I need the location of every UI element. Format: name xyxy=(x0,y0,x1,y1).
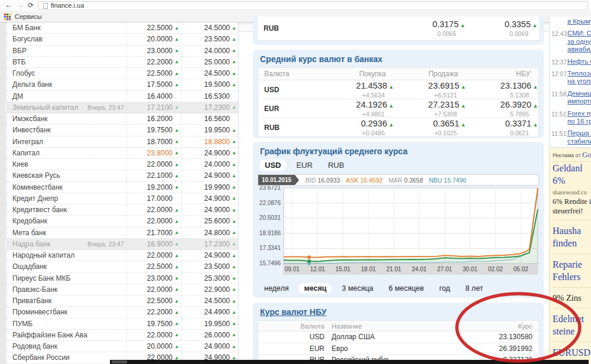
forward-button-icon[interactable]: → xyxy=(17,0,24,11)
table-row[interactable]: ДМ 16.4000 16.5300 xyxy=(7,91,238,102)
bank-name-link[interactable]: Ощадбанк xyxy=(7,262,87,271)
ad-line[interactable]: Reparie xyxy=(553,254,591,271)
currency-tab[interactable]: RUB xyxy=(322,160,350,171)
period-tab[interactable]: 3 месяца xyxy=(336,283,378,294)
table-row[interactable]: Проминвестбанк 22.2000▲ 24.4900▲ xyxy=(7,307,238,318)
bank-name-link[interactable]: Имэксбанк xyxy=(7,115,87,123)
news-link[interactable]: Теплоэл xyxy=(567,70,591,77)
period-tab[interactable]: неделя xyxy=(259,283,294,294)
bank-name-link[interactable]: Родовид банк xyxy=(7,342,87,350)
bank-name-link[interactable]: Богуслав xyxy=(7,35,87,43)
bank-name-link[interactable]: ДМ xyxy=(7,92,87,100)
news-link[interactable]: авиабил xyxy=(567,46,591,53)
bank-name-link[interactable]: Коминвестбанк xyxy=(7,183,87,191)
news-link[interactable]: Нефть С xyxy=(567,58,591,65)
table-row[interactable]: Имэксбанк 16.2000 16.5600 xyxy=(7,113,238,125)
bank-name-link[interactable]: Киевская Русь xyxy=(7,171,87,180)
table-row[interactable]: Кредит Днепр 17.0000 24.9000▲ xyxy=(7,193,238,204)
bank-name-link[interactable]: Капитал xyxy=(7,149,87,157)
news-link[interactable]: по 16 гр xyxy=(567,118,591,125)
ad-line[interactable]: Edelmet xyxy=(553,308,591,325)
table-row[interactable]: ВБР 23.0000▲ 24.0000▲ xyxy=(7,46,238,57)
table-row[interactable]: Киевская Русь 22.1000▲ 24.9000▲ xyxy=(7,170,238,181)
period-tab[interactable]: 8 лет xyxy=(460,283,488,294)
ad-line[interactable]: Geldanl xyxy=(553,162,591,174)
table-row[interactable]: ВТБ 22.2000▲ 25.0000▲ xyxy=(7,57,238,68)
bank-name-link[interactable]: Дельта банк xyxy=(7,80,87,89)
news-link[interactable]: на уголь xyxy=(567,77,591,84)
bank-name-link[interactable]: Кредобанк xyxy=(7,217,87,225)
address-bar[interactable]: finance.i.ua xyxy=(38,1,588,10)
bank-name-link[interactable]: ПриватБанк xyxy=(7,297,87,305)
table-row[interactable]: Народный капитал 22.0000▲ 24.9000▲ xyxy=(7,250,238,261)
table-row[interactable]: ПриватБанк 22.5000▲ 24.5000▲ xyxy=(7,295,238,307)
table-row[interactable]: Пиреус Банк МКБ 23.0000▲ 25.3000▲ xyxy=(7,273,238,284)
table-row[interactable]: Инвестбанк 19.7500▲ 19.9500▲ xyxy=(7,125,238,136)
ad-line[interactable]: Hausha xyxy=(553,220,591,237)
table-row[interactable]: Глобус 22.5000▲ 24.5000▲ xyxy=(7,68,238,79)
table-row[interactable]: БМ Банк 22.5000▲ 24.5000▲ xyxy=(7,22,238,34)
ad-line[interactable]: 9% Zins xyxy=(553,287,591,304)
table-row[interactable]: Надра банк Вчера, 23:47 16.9000▲ 17.2300… xyxy=(7,239,238,250)
bank-name-link[interactable]: Киев xyxy=(7,160,87,168)
news-link[interactable]: СМИ: Ст xyxy=(567,30,591,37)
news-link[interactable]: Демчиш xyxy=(567,90,591,97)
ad-line[interactable]: steuerfrei! xyxy=(553,206,591,216)
bank-name-link[interactable]: Мета банк xyxy=(7,229,87,237)
bank-name-link[interactable]: Райффайзен Банк Аваль xyxy=(7,331,87,339)
bank-name-link[interactable]: Кредит Днепр xyxy=(7,194,87,203)
bank-name-link[interactable]: Инвестбанк xyxy=(7,126,87,134)
period-tab[interactable]: месяц xyxy=(298,283,332,294)
news-link[interactable]: импортн xyxy=(567,98,591,105)
bookmark-servisy[interactable]: Сервисы xyxy=(15,12,42,21)
bank-name-link[interactable]: Проминвестбанк xyxy=(7,308,87,316)
table-row[interactable]: Земельный капитал Вчера, 23:47 17.2100▲ … xyxy=(7,102,238,113)
nbu-title-link[interactable]: Курс валют НБУ xyxy=(258,306,327,320)
bank-name-link[interactable]: Правэкс-Банк xyxy=(7,285,87,294)
apps-grid-icon[interactable] xyxy=(4,14,11,20)
bank-name-link[interactable]: Пиреус Банк МКБ xyxy=(7,274,87,282)
bank-name-link[interactable]: Народный капитал xyxy=(7,251,87,259)
currency-tab[interactable]: USD xyxy=(259,160,287,171)
bank-name-link[interactable]: ВБР xyxy=(7,47,87,55)
bank-name-link[interactable]: Кредитвест банк xyxy=(7,206,87,214)
period-tab[interactable]: 6 месяцев xyxy=(384,283,430,294)
table-row[interactable]: Ощадбанк 22.5000▲ 23.5000▲ xyxy=(7,261,238,272)
bank-name-link[interactable]: БМ Банк xyxy=(7,24,87,32)
bank-name-link[interactable]: Земельный капитал xyxy=(7,103,87,112)
period-tab[interactable]: год xyxy=(434,283,455,294)
ad-line[interactable]: finden xyxy=(553,237,591,249)
news-link[interactable]: за одну xyxy=(567,38,591,45)
news-link[interactable]: стабили xyxy=(567,138,591,145)
table-row[interactable]: Интеграл 18.7000▲ 18.8800▲ xyxy=(7,136,238,148)
news-link[interactable]: в Крыму xyxy=(567,18,591,25)
bank-name-link[interactable]: Интеграл xyxy=(7,138,87,146)
bank-name-link[interactable]: Глобус xyxy=(7,69,87,77)
currency-tab[interactable]: EUR xyxy=(290,160,318,171)
table-row[interactable]: Богуслав 20.0000▲ 23.5000▲ xyxy=(7,34,238,45)
bank-name-link[interactable]: ПУМБ xyxy=(7,320,87,328)
ad-line[interactable]: Fehlers xyxy=(553,271,591,283)
ad-line[interactable]: steine xyxy=(553,325,591,337)
bank-name-link[interactable]: Сбербанк России xyxy=(7,353,87,362)
ad-line[interactable]: 6% Rendite i xyxy=(553,197,591,206)
table-row[interactable]: Правэкс-Банк 22.0000▲ 22.9000▲ xyxy=(7,284,238,295)
news-link[interactable]: Forex пр xyxy=(567,110,591,117)
back-button-icon[interactable]: ← xyxy=(5,0,12,11)
table-row[interactable]: Кредобанк 22.0000▲ 25.6000▲ xyxy=(7,216,238,227)
table-row[interactable]: Мета банк 21.7000▲ 24.8000▲ xyxy=(7,228,238,239)
ad-line[interactable]: EURUSD xyxy=(553,342,591,359)
table-row[interactable]: ПУМБ 19.7500▲ 19.9500▲ xyxy=(7,318,238,330)
table-row[interactable]: Кредитвест банк 22.0000▲ 24.9000▲ xyxy=(7,204,238,216)
bank-name-link[interactable]: ВТБ xyxy=(7,58,87,66)
table-row[interactable]: Родовид банк 20.0000▲ 24.9000▲ xyxy=(7,341,238,352)
ad-line[interactable]: sharewood.co xyxy=(553,187,591,197)
reload-button-icon[interactable]: ⟳ xyxy=(28,0,34,11)
table-row[interactable]: Райффайзен Банк Аваль 22.0000▲ 26.0000▲ xyxy=(7,330,238,341)
table-row[interactable]: Коминвестбанк 19.2000▲ 19.9900▲ xyxy=(7,182,238,193)
ad-line[interactable]: 6% xyxy=(553,174,591,187)
table-row[interactable]: Киев 22.0000▲ 24.0000▲ xyxy=(7,159,238,170)
table-row[interactable]: Дельта банк 17.5000▲ 19.5000▲ xyxy=(7,79,238,90)
table-row[interactable]: Капитал 23.8000▲ 24.9000▲ xyxy=(7,148,238,159)
bank-name-link[interactable]: Надра банк xyxy=(7,240,87,248)
